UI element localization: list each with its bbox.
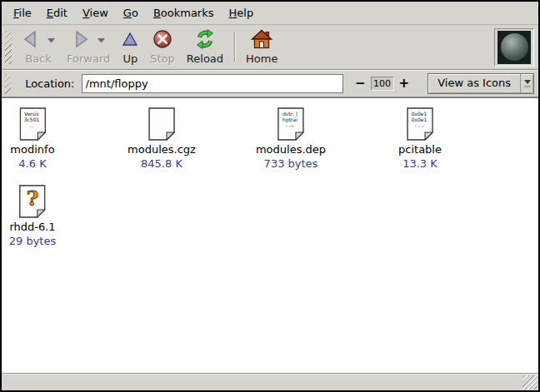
stop-button[interactable]: Stop: [147, 28, 178, 67]
location-label: Location:: [25, 77, 74, 90]
up-label: Up: [122, 52, 138, 65]
home-icon: [251, 29, 272, 52]
icon-view: Versic 3c501 .. modinfo 4.6 K modules.cg…: [2, 97, 538, 373]
text-file-icon: dstr: ] hptrai - ---: [278, 107, 304, 141]
resize-grip[interactable]: [522, 375, 538, 390]
forward-label: Forward: [67, 52, 110, 65]
menu-view[interactable]: View: [75, 3, 116, 22]
toolbar: Back Forward Up: [2, 25, 538, 70]
throbber: [494, 28, 534, 67]
toolbar-grip[interactable]: [5, 31, 12, 64]
location-bar-grip[interactable]: [5, 74, 11, 94]
menu-edit[interactable]: Edit: [39, 3, 75, 22]
throbber-sphere-icon: [501, 33, 528, 61]
stop-label: Stop: [150, 52, 175, 65]
file-name: pcitable: [398, 143, 442, 156]
stop-icon: [152, 29, 172, 52]
toolbar-separator: [234, 32, 235, 62]
view-mode-label: View as Icons: [428, 74, 520, 93]
back-dropdown-chevron-icon[interactable]: [48, 38, 55, 43]
forward-icon: [72, 30, 90, 52]
forward-dropdown-chevron-icon[interactable]: [98, 38, 105, 43]
menu-file[interactable]: File: [6, 3, 39, 22]
reload-icon: [194, 29, 216, 52]
file-manager-window: File Edit View Go Bookmarks Help Back: [0, 0, 540, 392]
back-button[interactable]: Back: [18, 28, 58, 67]
file-size: 29 bytes: [9, 235, 57, 247]
file-icon: [148, 107, 175, 141]
text-file-icon: Versic 3c501 ..: [19, 107, 46, 141]
file-item-modinfo[interactable]: Versic 3c501 .. modinfo 4.6 K: [10, 107, 54, 170]
file-name: modinfo: [10, 143, 54, 156]
status-bar: [2, 373, 538, 390]
zoom-level-indicator[interactable]: 100: [371, 77, 394, 91]
zoom-out-button[interactable]: −: [352, 77, 369, 90]
back-label: Back: [25, 52, 52, 65]
file-size: 733 bytes: [264, 157, 318, 170]
unknown-file-icon: ?: [19, 185, 46, 218]
file-name: modules.cgz: [128, 143, 196, 156]
file-size: 4.6 K: [18, 157, 46, 170]
file-size: 845.8 K: [141, 157, 182, 170]
location-input[interactable]: [82, 74, 344, 93]
zoom-control: − 100 +: [352, 77, 412, 91]
zoom-in-button[interactable]: +: [396, 77, 413, 90]
forward-button[interactable]: Forward: [63, 28, 113, 67]
menu-help[interactable]: Help: [222, 3, 262, 22]
file-item-modules-dep[interactable]: dstr: ] hptrai - --- modules.dep 733 byt…: [256, 107, 326, 170]
menubar: File Edit View Go Bookmarks Help: [2, 2, 538, 25]
question-mark-icon: ?: [19, 186, 46, 211]
dropdown-arrow-icon: [520, 74, 533, 93]
menu-go[interactable]: Go: [116, 3, 146, 22]
location-bar: Location: − 100 + View as Icons: [2, 70, 538, 97]
reload-label: Reload: [187, 52, 223, 65]
up-button[interactable]: Up: [118, 28, 142, 67]
text-file-icon: 0x0e1 0x0e1 - - -: [407, 107, 433, 141]
view-mode-selector[interactable]: View as Icons: [428, 73, 534, 94]
throbber-background: [498, 31, 531, 64]
file-item-modules-cgz[interactable]: modules.cgz 845.8 K: [128, 107, 196, 170]
file-item-rhdd[interactable]: ? rhdd-6.1 29 bytes: [9, 185, 57, 247]
file-name: rhdd-6.1: [9, 221, 55, 233]
menu-bookmarks[interactable]: Bookmarks: [146, 3, 222, 22]
home-label: Home: [246, 52, 278, 65]
back-icon: [22, 30, 40, 52]
file-name: modules.dep: [256, 143, 326, 156]
file-size: 13.3 K: [402, 157, 438, 170]
home-button[interactable]: Home: [242, 28, 281, 67]
reload-button[interactable]: Reload: [183, 28, 227, 67]
up-icon: [122, 31, 138, 51]
file-item-pcitable[interactable]: 0x0e1 0x0e1 - - - pcitable 13.3 K: [398, 107, 442, 170]
